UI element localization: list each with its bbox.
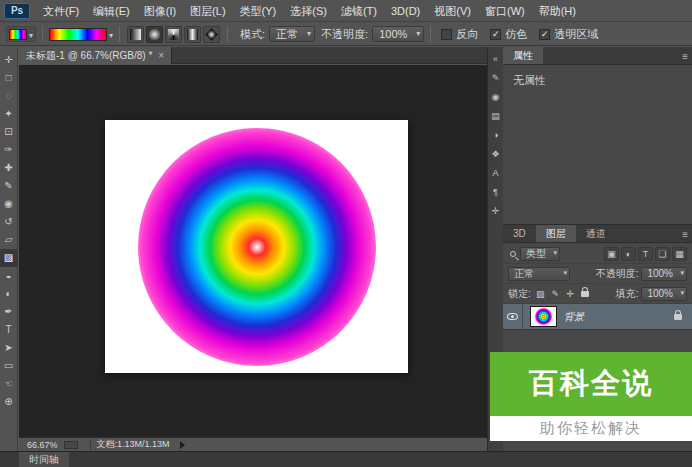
adjustments-panel-icon[interactable]: ◑ (488, 125, 504, 144)
panel-menu-icon[interactable] (682, 47, 688, 65)
expand-dock-icon[interactable]: « (488, 49, 504, 68)
tool-icon: ⊕ (4, 397, 12, 407)
layer-blend-mode-select[interactable]: 正常 (508, 267, 570, 281)
tab-timeline[interactable]: 时间轴 (19, 452, 69, 467)
search-icon (510, 251, 516, 257)
layers-lock-row: 锁定: ▨ ✎ ✛ 填充: 100% (503, 284, 692, 304)
tab-3d[interactable]: 3D (503, 225, 536, 242)
angle-gradient-button[interactable] (165, 26, 182, 43)
zoom-tool[interactable]: ⊕ (0, 393, 18, 411)
lock-transparency-icon[interactable]: ▨ (534, 287, 547, 300)
transparency-checkbox[interactable]: ✓ 透明区域 (539, 27, 598, 42)
menu-layer[interactable]: 图层(L) (183, 0, 232, 22)
tool-presets-panel-icon[interactable]: ✛ (488, 201, 504, 220)
styles-panel-icon[interactable]: ❖ (488, 144, 504, 163)
blend-mode-select[interactable]: 正常 (269, 26, 315, 42)
marquee-tool[interactable]: □ (0, 69, 18, 87)
eyedropper-tool[interactable]: ✑ (0, 141, 18, 159)
menu-image[interactable]: 图像(I) (137, 0, 183, 22)
tool-icon: T (5, 325, 11, 335)
crop-tool[interactable]: ⊡ (0, 123, 18, 141)
tab-properties[interactable]: 属性 (503, 47, 543, 64)
document-canvas[interactable] (105, 120, 408, 373)
status-menu-arrow-icon[interactable] (180, 441, 185, 449)
clone-source-panel-icon[interactable]: ◉ (488, 87, 504, 106)
swatches-panel-icon[interactable]: ▤ (488, 106, 504, 125)
layer-visibility-toggle[interactable] (503, 304, 523, 330)
shape-tool[interactable]: ▭ (0, 357, 18, 375)
character-panel-icon[interactable]: A (488, 163, 504, 182)
panel-menu-icon[interactable] (682, 225, 688, 243)
layer-filter-select[interactable]: 类型 (520, 247, 560, 261)
linear-gradient-button[interactable] (127, 26, 144, 43)
lock-pixels-icon[interactable]: ✎ (549, 287, 562, 300)
dock-icon-glyph: ❖ (491, 149, 499, 159)
gradient-preview (49, 28, 107, 41)
menu-type[interactable]: 类型(Y) (233, 0, 284, 22)
tool-icon: ▭ (4, 361, 13, 371)
lasso-tool[interactable]: ◌ (0, 87, 18, 105)
layer-fill-select[interactable]: 100% (641, 287, 687, 301)
clone-stamp-tool[interactable]: ◉ (0, 195, 18, 213)
pen-tool[interactable]: ✒ (0, 303, 18, 321)
layers-filter-row: 类型 ▣ ◐ T ❏ ▦ (503, 244, 692, 264)
menu-help[interactable]: 帮助(H) (532, 0, 583, 22)
menu-file[interactable]: 文件(F) (36, 0, 86, 22)
menu-view[interactable]: 视图(V) (427, 0, 478, 22)
document-tab[interactable]: 未标题-1 @ 66.7%(RGB/8) * × (19, 47, 172, 64)
filter-shape-icon[interactable]: ❏ (655, 247, 670, 261)
menu-3d[interactable]: 3D(D) (384, 0, 427, 22)
tool-preset-picker[interactable] (6, 26, 36, 42)
history-brush-tool[interactable]: ↺ (0, 213, 18, 231)
radial-gradient-button[interactable] (146, 26, 163, 43)
zoom-level-field[interactable]: 66.67% (27, 440, 58, 450)
opacity-select[interactable]: 100% (372, 26, 424, 42)
tab-layers[interactable]: 图层 (536, 225, 576, 242)
filter-type-icon[interactable]: T (638, 247, 653, 261)
photoshop-logo-icon[interactable]: Ps (4, 3, 30, 19)
blur-tool[interactable]: ◒ (0, 267, 18, 285)
reverse-checkbox[interactable]: 反向 (441, 27, 478, 42)
filter-adjustment-icon[interactable]: ◐ (621, 247, 636, 261)
filter-pixel-icon[interactable]: ▣ (604, 247, 619, 261)
close-icon[interactable]: × (158, 50, 164, 61)
gradient-picker[interactable] (49, 28, 113, 41)
menu-edit[interactable]: 编辑(E) (86, 0, 137, 22)
reflected-gradient-button[interactable] (184, 26, 201, 43)
diamond-gradient-button[interactable] (203, 26, 220, 43)
canvas-pasteboard[interactable] (19, 65, 487, 437)
path-selection-tool[interactable]: ➤ (0, 339, 18, 357)
filter-smart-icon[interactable]: ▦ (672, 247, 687, 261)
hand-tool[interactable]: ☜ (0, 375, 18, 393)
dither-checkbox[interactable]: ✓ 仿色 (490, 27, 527, 42)
dodge-tool[interactable]: ◐ (0, 285, 18, 303)
layer-name[interactable]: 背景 (564, 310, 674, 324)
lock-position-icon[interactable]: ✛ (564, 287, 577, 300)
reflected-gradient-icon (187, 29, 198, 40)
eraser-tool[interactable]: ▱ (0, 231, 18, 249)
fill-label: 填充: (616, 287, 639, 301)
brush-tool[interactable]: ✎ (0, 177, 18, 195)
layer-opacity-select[interactable]: 100% (641, 267, 687, 281)
move-tool[interactable]: ✛ (0, 51, 18, 69)
menu-filter[interactable]: 滤镜(T) (334, 0, 384, 22)
brush-panel-icon[interactable]: ✎ (488, 68, 504, 87)
paragraph-panel-icon[interactable]: ¶ (488, 182, 504, 201)
menu-window[interactable]: 窗口(W) (478, 0, 532, 22)
healing-brush-tool[interactable]: ✚ (0, 159, 18, 177)
opacity-label: 不透明度: (321, 27, 368, 42)
divider (119, 26, 120, 42)
quick-selection-tool[interactable]: ✦ (0, 105, 18, 123)
lock-all-icon[interactable] (579, 287, 592, 300)
tool-icon: ✑ (4, 145, 12, 155)
layer-row-background[interactable]: 背景 (503, 304, 692, 330)
watermark-subtitle: 助你轻松解决 (540, 419, 642, 438)
layer-thumbnail[interactable] (530, 306, 557, 327)
tab-channels[interactable]: 通道 (576, 225, 616, 242)
gradient-tool[interactable]: ▨ (0, 249, 18, 267)
checkbox-label: 仿色 (505, 27, 527, 42)
type-tool[interactable]: T (0, 321, 18, 339)
divider (227, 26, 228, 42)
menu-select[interactable]: 选择(S) (283, 0, 334, 22)
status-bar: 66.67% 文档:1.13M/1.13M (19, 437, 487, 451)
